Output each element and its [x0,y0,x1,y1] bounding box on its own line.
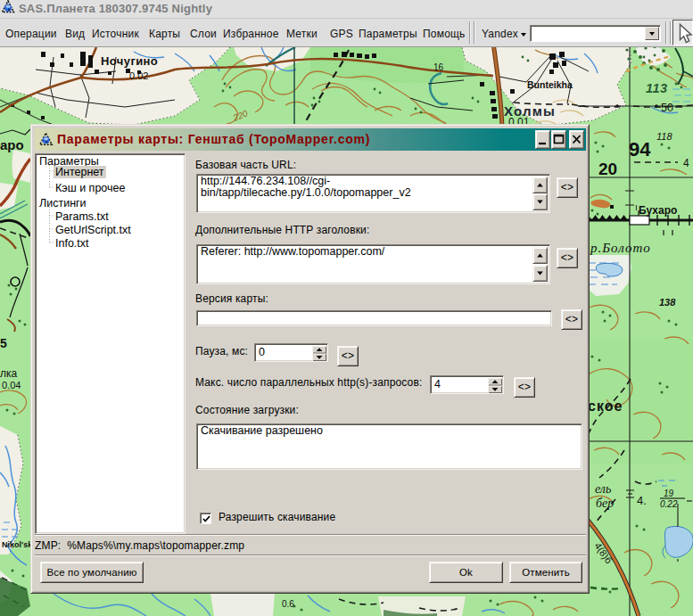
svg-text:бер: бер [596,497,614,510]
svg-text:0.22: 0.22 [660,499,678,509]
svg-text:4.: 4. [637,494,647,507]
svg-text:0.02: 0.02 [129,70,148,81]
svg-text:Бухаро: Бухаро [639,204,677,217]
svg-text:ское: ское [588,398,623,414]
svg-text:Bunteikha: Bunteikha [527,79,573,90]
svg-text:118: 118 [656,131,672,142]
svg-text:ı: ı [635,202,638,212]
svg-text:лка: лка [0,367,18,380]
svg-text:16: 16 [433,62,444,72]
svg-text:Nikol'sk: Nikol'sk [2,540,33,549]
svg-text:5: 5 [0,336,7,350]
svg-text:ель: ель [595,482,611,496]
svg-text:аро: аро [0,137,24,152]
svg-text:4: 4 [683,157,689,169]
svg-text:19: 19 [664,489,674,498]
svg-text:113: 113 [646,81,668,95]
svg-text:20: 20 [598,160,617,178]
svg-text:Ночугино: Ночугино [101,54,158,68]
svg-text:0.04: 0.04 [2,380,21,390]
svg-text:50: 50 [661,102,673,114]
svg-text:138: 138 [659,297,676,308]
svg-text:0.6: 0.6 [282,599,294,609]
svg-text:р.Болото: р.Болото [590,241,651,255]
svg-text:94: 94 [629,138,651,160]
